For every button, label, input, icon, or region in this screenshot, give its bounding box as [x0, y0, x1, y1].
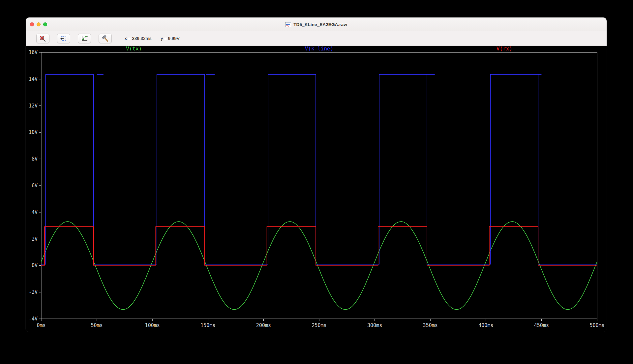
trace-label-v-k-line-[interactable]: V(k-line) [305, 46, 334, 52]
y-tick-label: 12V [29, 103, 38, 109]
toolbar: x = 339.32ms y = 9.99V [26, 31, 607, 46]
y-tick-label: 8V [32, 156, 38, 162]
x-tick-label: 100ms [145, 322, 160, 328]
x-tick-label: 200ms [256, 322, 271, 328]
waveform-plot-svg[interactable]: -4V-2V0V2V4V6V8V10V12V14V16V0ms50ms100ms… [26, 46, 607, 332]
y-tick-label: 14V [29, 76, 38, 82]
zoom-extents-icon [60, 35, 68, 42]
plot-pane-button[interactable] [78, 34, 91, 43]
title-wrap: TD5_KLine_EA2EGA.raw [26, 17, 607, 31]
x-tick-label: 50ms [91, 322, 103, 328]
x-tick-label: 250ms [312, 322, 326, 328]
hammer-icon [101, 35, 109, 42]
zoom-back-button[interactable] [36, 34, 49, 43]
control-panel-button[interactable] [99, 34, 112, 43]
y-tick-label: 6V [32, 183, 38, 189]
traffic-lights [30, 22, 47, 26]
y-tick-label: 0V [32, 262, 38, 268]
waveform-icon [80, 35, 88, 42]
x-tick-label: 450ms [534, 322, 549, 328]
x-tick-label: 150ms [200, 322, 215, 328]
trace-label-v-tx-[interactable]: V(tx) [126, 46, 142, 52]
y-tick-label: -2V [29, 289, 38, 295]
x-tick-label: 400ms [478, 322, 493, 328]
cursor-y-readout: y = 9.99V [161, 36, 179, 41]
plot-area[interactable]: -4V-2V0V2V4V6V8V10V12V14V16V0ms50ms100ms… [26, 46, 607, 332]
cursor-x-readout: x = 339.32ms [125, 36, 151, 41]
trace-v-k-line- [41, 75, 597, 264]
y-tick-label: 16V [29, 49, 38, 55]
window-title: TD5_KLine_EA2EGA.raw [293, 22, 347, 27]
titlebar[interactable]: TD5_KLine_EA2EGA.raw [26, 17, 607, 31]
zoom-extents-button[interactable] [57, 34, 70, 43]
fullscreen-button[interactable] [43, 22, 47, 26]
trace-label-v-rx-[interactable]: V(rx) [497, 46, 512, 52]
screen-background: TD5_KLine_EA2EGA.raw [0, 0, 633, 364]
y-tick-label: 2V [32, 236, 38, 242]
ltspice-waveform-window: TD5_KLine_EA2EGA.raw [26, 17, 607, 332]
y-tick-label: 10V [29, 129, 38, 135]
magnifier-x-icon [39, 35, 47, 42]
y-tick-label: -4V [29, 316, 38, 322]
trace-v-rx- [41, 227, 597, 265]
minimize-button[interactable] [37, 22, 41, 26]
close-button[interactable] [30, 22, 34, 26]
x-tick-label: 350ms [423, 322, 438, 328]
x-tick-label: 300ms [367, 322, 382, 328]
y-tick-label: 4V [32, 209, 38, 215]
plot-frame [41, 52, 597, 319]
document-icon [285, 22, 291, 27]
trace-v-tx- [41, 222, 597, 310]
x-tick-label: 500ms [589, 322, 604, 328]
x-tick-label: 0ms [37, 322, 45, 328]
cursor-readout: x = 339.32ms y = 9.99V [125, 36, 180, 41]
